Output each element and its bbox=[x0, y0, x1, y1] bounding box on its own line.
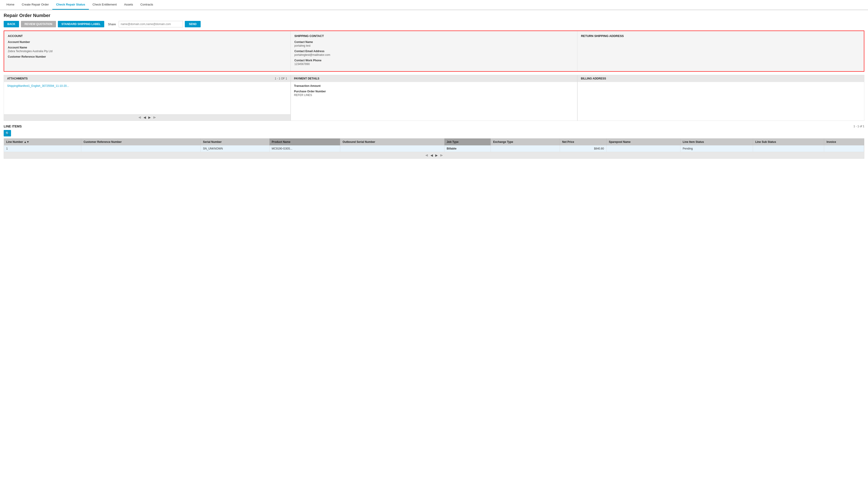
payment-title: PAYMENT DETAILS bbox=[294, 77, 319, 80]
nav-item-home[interactable]: Home bbox=[3, 0, 18, 10]
shipping-field: Contact Work Phone1234567890 bbox=[294, 59, 573, 66]
table-next-page[interactable]: ▶ bbox=[435, 153, 438, 157]
line-items-count: 1 - 1 of 1 bbox=[854, 125, 864, 128]
table-cell: 1 bbox=[4, 145, 81, 152]
table-cell bbox=[824, 145, 864, 152]
payment-field: Transaction Amount bbox=[294, 84, 574, 88]
table-cell bbox=[491, 145, 560, 152]
table-body: 1SN_UNKNOWNMC9190-G30S...Billable$840.80… bbox=[4, 145, 864, 152]
nav-item-create-repair-order[interactable]: Create Repair Order bbox=[18, 0, 53, 10]
table-cell: SN_UNKNOWN bbox=[200, 145, 269, 152]
table-col-header[interactable]: Product Name bbox=[269, 139, 340, 145]
shipping-contact-title: SHIPPING CONTACT bbox=[294, 34, 573, 38]
table-prev-page[interactable]: ◀ bbox=[430, 153, 433, 157]
attachments-header: ATTACHMENTS 1 - 1 of 1 bbox=[4, 75, 290, 82]
table-col-header[interactable]: Line Sub Status bbox=[753, 139, 824, 145]
attachments-prev-page[interactable]: ◀ bbox=[144, 116, 146, 119]
attachments-count: 1 - 1 of 1 bbox=[275, 77, 287, 80]
panels-row: ATTACHMENTS 1 - 1 of 1 ShippingManifest1… bbox=[4, 75, 864, 121]
line-items-header: LINE ITEMS 1 - 1 of 1 bbox=[4, 124, 864, 128]
table-cell: Billable bbox=[444, 145, 491, 152]
search-icon: 🔍 bbox=[5, 131, 9, 135]
table-col-header[interactable]: Exchange Type bbox=[491, 139, 560, 145]
table-col-header[interactable]: Net Price bbox=[560, 139, 606, 145]
nav-item-assets[interactable]: Assets bbox=[120, 0, 136, 10]
nav-item-check-entitlement[interactable]: Check Entitlement bbox=[89, 0, 121, 10]
nav-bar: HomeCreate Repair OrderCheck Repair Stat… bbox=[0, 0, 868, 10]
back-button[interactable]: BACK bbox=[4, 21, 19, 27]
table-col-header[interactable]: Line Number ▲▼ bbox=[4, 139, 81, 145]
shipping-field-label: Contact Work Phone bbox=[294, 59, 573, 62]
billing-panel: BILLING ADDRESS bbox=[577, 75, 864, 121]
return-shipping-panel: RETURN SHIPPING ADDRESS bbox=[577, 31, 864, 71]
payment-field-label: Transaction Amount bbox=[294, 84, 574, 88]
shipping-field: Contact Email Addressportalregtest@maili… bbox=[294, 50, 573, 57]
table-cell bbox=[340, 145, 444, 152]
table-header-row: Line Number ▲▼Customer Reference NumberS… bbox=[4, 139, 864, 145]
table-cell bbox=[81, 145, 200, 152]
table-col-header[interactable]: Sparepool Name bbox=[606, 139, 680, 145]
table-cell bbox=[753, 145, 824, 152]
table-col-header[interactable]: Outbound Serial Number bbox=[340, 139, 444, 145]
sort-asc-icon: ▲▼ bbox=[24, 140, 29, 144]
payment-header: PAYMENT DETAILS bbox=[291, 75, 577, 82]
table-col-header[interactable]: Customer Reference Number bbox=[81, 139, 200, 145]
table-cell bbox=[606, 145, 680, 152]
attachments-title: ATTACHMENTS bbox=[7, 77, 28, 80]
table-header: Line Number ▲▼Customer Reference NumberS… bbox=[4, 139, 864, 145]
payment-field: Purchase Order NumberREFER LINES bbox=[294, 90, 574, 97]
line-items-table: Line Number ▲▼Customer Reference NumberS… bbox=[4, 139, 864, 152]
table-row: 1SN_UNKNOWNMC9190-G30S...Billable$840.80… bbox=[4, 145, 864, 152]
account-panel: ACCOUNT Account NumberAccount NameZebra … bbox=[4, 31, 291, 71]
billing-content bbox=[578, 82, 864, 114]
payment-panel: PAYMENT DETAILS Transaction AmountPurcha… bbox=[291, 75, 578, 121]
shipping-field-value: 1234567890 bbox=[294, 62, 573, 66]
shipping-field-label: Contact Email Address bbox=[294, 50, 573, 53]
return-shipping-title: RETURN SHIPPING ADDRESS bbox=[581, 34, 860, 38]
account-title: ACCOUNT bbox=[8, 34, 287, 38]
account-field-value: Zebra Technologies Australia Pty Ltd bbox=[8, 50, 287, 53]
info-grid: ACCOUNT Account NumberAccount NameZebra … bbox=[4, 31, 864, 72]
table-col-header[interactable]: Job Type bbox=[444, 139, 491, 145]
table-col-header[interactable]: Line Item Status bbox=[680, 139, 753, 145]
share-label: Share bbox=[108, 23, 116, 26]
attachments-last-page[interactable]: ⊳ bbox=[153, 116, 156, 119]
table-last-page[interactable]: ⊳ bbox=[440, 153, 443, 157]
nav-item-contracts[interactable]: Contracts bbox=[136, 0, 157, 10]
table-cell: Pending bbox=[680, 145, 753, 152]
payment-field-label: Purchase Order Number bbox=[294, 90, 574, 93]
payment-content: Transaction AmountPurchase Order NumberR… bbox=[291, 82, 577, 114]
attachments-footer: ⊲ ◀ ▶ ⊳ bbox=[4, 114, 290, 121]
share-input[interactable] bbox=[119, 21, 183, 27]
attachments-first-page[interactable]: ⊲ bbox=[138, 116, 141, 119]
nav-item-check-repair-status[interactable]: Check Repair Status bbox=[52, 0, 89, 10]
shipping-field-value: portalreg test bbox=[294, 44, 573, 47]
line-items-table-wrapper: Line Number ▲▼Customer Reference NumberS… bbox=[4, 138, 864, 159]
shipping-contact-panel: SHIPPING CONTACT Contact Nameportalreg t… bbox=[291, 31, 577, 71]
attachment-link[interactable]: ShippingManifest1_English_30725594_11-10… bbox=[7, 84, 287, 88]
shipping-field-label: Contact Name bbox=[294, 40, 573, 43]
account-field: Account NameZebra Technologies Australia… bbox=[8, 46, 287, 53]
shipping-label-button[interactable]: STANDARD SHIPPING LABEL bbox=[58, 21, 104, 27]
attachments-content: ShippingManifest1_English_30725594_11-10… bbox=[4, 82, 290, 114]
send-button[interactable]: SEND bbox=[185, 21, 200, 27]
toolbar: BACK REVIEW QUOTATION STANDARD SHIPPING … bbox=[4, 21, 864, 27]
payment-field-value: REFER LINES bbox=[294, 93, 574, 97]
table-cell: $840.80 bbox=[560, 145, 606, 152]
shipping-field: Contact Nameportalreg test bbox=[294, 40, 573, 47]
account-field-label: Customer Reference Number bbox=[8, 55, 287, 58]
account-field-label: Account Name bbox=[8, 46, 287, 49]
shipping-field-value: portalregtest@mailinator.com bbox=[294, 53, 573, 57]
line-items-search-button[interactable]: 🔍 bbox=[4, 130, 11, 136]
review-quotation-button[interactable]: REVIEW QUOTATION bbox=[21, 21, 56, 27]
account-field: Account Number bbox=[8, 40, 287, 43]
attachments-panel: ATTACHMENTS 1 - 1 of 1 ShippingManifest1… bbox=[4, 75, 291, 121]
account-field: Customer Reference Number bbox=[8, 55, 287, 58]
table-col-header[interactable]: Invoice bbox=[824, 139, 864, 145]
table-first-page[interactable]: ⊲ bbox=[425, 153, 428, 157]
table-col-header[interactable]: Serial Number bbox=[200, 139, 269, 145]
billing-header: BILLING ADDRESS bbox=[578, 75, 864, 82]
attachments-next-page[interactable]: ▶ bbox=[148, 116, 151, 119]
page-title: Repair Order Number bbox=[4, 13, 864, 18]
line-items-title: LINE ITEMS bbox=[4, 124, 22, 128]
